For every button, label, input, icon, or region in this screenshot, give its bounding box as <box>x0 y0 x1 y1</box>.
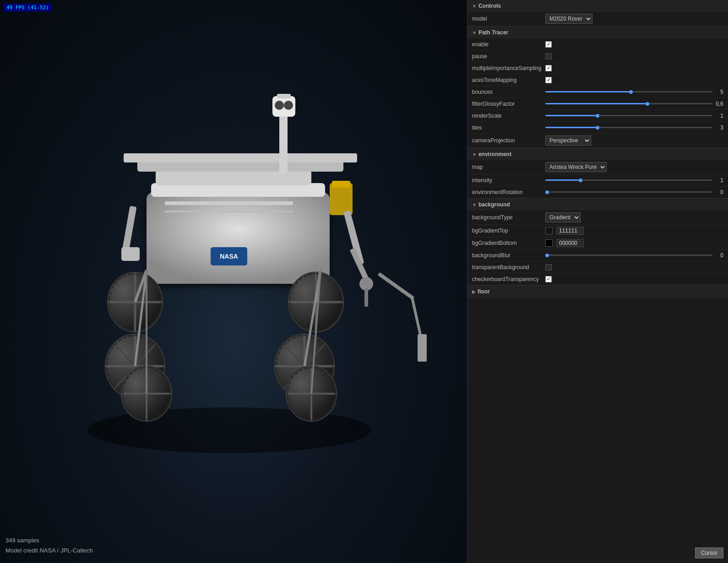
svg-line-57 <box>380 275 412 298</box>
renderscale-value: 1 <box>714 113 723 119</box>
credit-text: Model credit NASA / JPL-Caltech <box>5 547 93 554</box>
path-tracer-arrow: ▼ <box>472 30 477 35</box>
bgblur-row: backgroundBlur 0 <box>467 249 728 261</box>
bgbottom-color-swatch[interactable] <box>545 239 553 247</box>
map-label: map <box>472 164 545 170</box>
bounces-label: bounces <box>472 89 545 95</box>
floor-label: floor <box>478 288 490 295</box>
checker-checkbox[interactable]: ✓ <box>545 276 552 282</box>
envrot-row: environmentRotation 0 <box>467 186 728 198</box>
controls-panel: ▼ Controls model M2020 Rover ▼ Path Trac… <box>467 0 728 563</box>
svg-text:NASA: NASA <box>220 253 238 260</box>
bgtype-row: backgroundType Gradient Solid None <box>467 211 728 225</box>
map-select[interactable]: Aristea Wreck Pure <box>545 162 607 172</box>
tiles-value: 3 <box>714 125 723 131</box>
svg-rect-55 <box>165 201 293 205</box>
mis-label: multipleImportanceSampling <box>472 65 545 71</box>
tiles-row: tiles 3 <box>467 122 728 134</box>
fps-badge: 49 FPS (41-52) <box>4 4 52 11</box>
map-row: map Aristea Wreck Pure <box>467 160 728 174</box>
bg-section-header[interactable]: ▼ background <box>467 199 728 211</box>
bgtop-color-swatch[interactable] <box>545 227 553 234</box>
transparent-checkbox[interactable] <box>545 264 552 271</box>
mis-row: multipleImportanceSampling ✓ <box>467 62 728 74</box>
transparent-row: transparentBackground <box>467 261 728 273</box>
camproj-select[interactable]: Perspective Orthographic <box>545 135 591 146</box>
svg-rect-6 <box>279 110 288 174</box>
checker-row: checkerboardTransparency ✓ <box>467 273 728 285</box>
svg-rect-18 <box>121 247 140 261</box>
tiles-slider[interactable] <box>545 127 712 128</box>
bgblur-value: 0 <box>714 252 723 259</box>
pause-row: pause <box>467 50 728 62</box>
bgblur-label: backgroundBlur <box>472 252 545 259</box>
path-tracer-section-header[interactable]: ▼ Path Tracer <box>467 27 728 38</box>
camproj-label: cameraProjection <box>472 137 545 144</box>
bgtype-select[interactable]: Gradient Solid None <box>545 212 581 222</box>
bg-arrow: ▼ <box>472 202 477 207</box>
svg-rect-10 <box>277 94 291 98</box>
floor-arrow: ▶ <box>472 289 476 294</box>
controls-header-label: Controls <box>478 3 501 9</box>
rover-container: NASA <box>55 46 444 481</box>
svg-rect-11 <box>330 183 353 215</box>
intensity-row: intensity 1 <box>467 174 728 186</box>
floor-section-header[interactable]: ▶ floor <box>467 286 728 298</box>
enable-row: enable ✓ <box>467 38 728 50</box>
filter-row: filterGlossyFactor 0,6 <box>467 98 728 110</box>
model-row: model M2020 Rover <box>467 12 728 26</box>
bounces-slider[interactable] <box>545 91 712 92</box>
cursor-button[interactable]: Cursor <box>695 547 723 558</box>
controls-section-header[interactable]: ▼ Controls <box>467 0 728 12</box>
pause-checkbox[interactable] <box>545 53 552 60</box>
model-select[interactable]: M2020 Rover <box>545 14 592 24</box>
svg-line-58 <box>412 298 421 339</box>
bgbottom-value[interactable]: 000000 <box>556 239 584 247</box>
aces-label: acesToneMapping <box>472 77 545 83</box>
svg-rect-59 <box>418 334 427 362</box>
svg-rect-1 <box>147 192 330 284</box>
model-label: model <box>472 16 545 22</box>
svg-point-9 <box>284 101 293 110</box>
checker-label: checkerboardTransparency <box>472 276 545 282</box>
filter-label: filterGlossyFactor <box>472 101 545 107</box>
bgtype-label: backgroundType <box>472 214 545 221</box>
enable-label: enable <box>472 41 545 48</box>
bgtop-label: bgGradientTop <box>472 227 545 234</box>
svg-rect-17 <box>122 206 136 252</box>
envrot-slider[interactable] <box>545 191 712 193</box>
envrot-label: environmentRotation <box>472 189 545 195</box>
bg-label: background <box>478 201 510 208</box>
samples-text: 349 samples <box>5 537 39 544</box>
svg-rect-5 <box>124 153 357 162</box>
bounces-value: 5 <box>714 89 723 95</box>
svg-rect-16 <box>364 288 368 307</box>
path-tracer-label: Path Tracer <box>478 29 508 36</box>
intensity-slider[interactable] <box>545 179 712 181</box>
bgbottom-row: bgGradientBottom 000000 <box>467 237 728 249</box>
bgbottom-label: bgGradientBottom <box>472 240 545 246</box>
renderscale-label: renderScale <box>472 113 545 119</box>
renderscale-row: renderScale 1 <box>467 110 728 122</box>
filter-slider[interactable] <box>545 103 712 104</box>
bgtop-value[interactable]: 111111 <box>556 227 584 235</box>
intensity-label: intensity <box>472 177 545 184</box>
mis-checkbox[interactable]: ✓ <box>545 65 552 71</box>
camproj-row: cameraProjection Perspective Orthographi… <box>467 134 728 148</box>
aces-row: acesToneMapping ✓ <box>467 74 728 86</box>
svg-point-8 <box>275 101 284 110</box>
renderscale-slider[interactable] <box>545 115 712 116</box>
enable-checkbox[interactable]: ✓ <box>545 41 552 48</box>
pause-label: pause <box>472 53 545 60</box>
filter-value: 0,6 <box>714 101 723 107</box>
bounces-row: bounces 5 <box>467 86 728 98</box>
svg-rect-12 <box>332 181 350 188</box>
bgblur-slider[interactable] <box>545 254 712 256</box>
aces-checkbox[interactable]: ✓ <box>545 77 552 83</box>
bgtop-row: bgGradientTop 111111 <box>467 225 728 237</box>
env-arrow: ▼ <box>472 152 477 157</box>
transparent-label: transparentBackground <box>472 264 545 271</box>
env-label: environment <box>478 151 511 157</box>
controls-arrow: ▼ <box>472 4 477 9</box>
env-section-header[interactable]: ▼ environment <box>467 148 728 160</box>
